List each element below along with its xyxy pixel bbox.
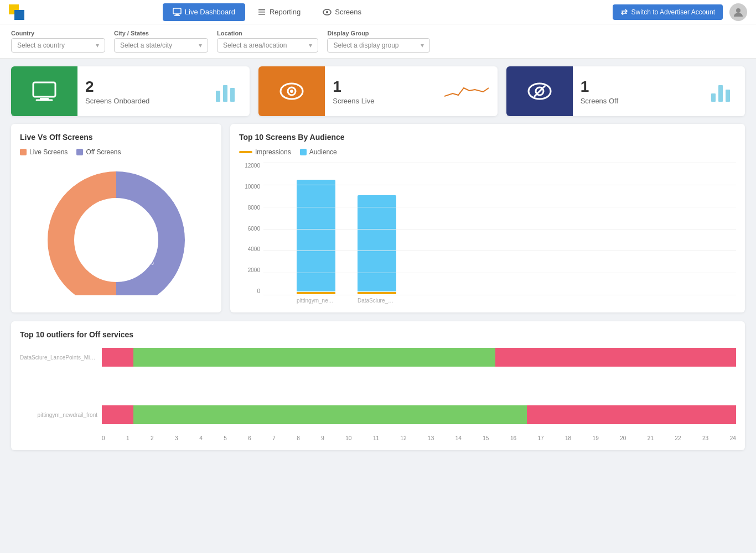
- kpi-chart-onboarded: [204, 74, 250, 109]
- svg-rect-4: [258, 12, 265, 13]
- kpi-label-live: Screens Live: [333, 97, 427, 105]
- filter-city-label: City / States: [114, 30, 208, 36]
- filter-country-select[interactable]: Select a country ▾: [11, 38, 105, 53]
- y-label-12000: 12000: [239, 163, 260, 169]
- filter-location: Location Select a area/location ▾: [217, 30, 318, 53]
- bar-chart-title: Top 10 Screens By Audience: [239, 133, 736, 142]
- svg-rect-22: [718, 85, 723, 102]
- y-label-6000: 6000: [239, 226, 260, 232]
- charts-row: Live Vs Off Screens Live Screens Off Scr…: [0, 124, 756, 321]
- svg-rect-0: [173, 8, 181, 14]
- chevron-down-icon: ▾: [421, 41, 424, 49]
- svg-rect-9: [33, 82, 55, 97]
- svg-text:50%: 50%: [141, 259, 154, 267]
- line-mini-chart: [444, 80, 489, 102]
- kpi-icon-live: [258, 66, 325, 116]
- bar-col-1: [297, 180, 335, 294]
- switch-icon: [620, 8, 628, 16]
- chevron-down-icon: ▾: [96, 41, 99, 49]
- legend-item-impressions: Impressions: [239, 148, 291, 156]
- legend-dot-audience: [300, 149, 307, 155]
- y-label-2000: 2000: [239, 267, 260, 273]
- kpi-label-onboarded: Screens Onboarded: [85, 97, 196, 105]
- user-icon: [733, 7, 744, 18]
- filter-display-group-select[interactable]: Select a display group ▾: [327, 38, 430, 53]
- outlier-label-1: DataSciure_LancePoints_Minster: [20, 354, 102, 361]
- filter-display-group: Display Group Select a display group ▾: [327, 30, 430, 53]
- kpi-number-onboarded: 2: [85, 77, 196, 96]
- donut-chart-title: Live Vs Off Screens: [20, 133, 213, 142]
- donut-svg: 1 50% 1 50%: [44, 168, 188, 295]
- x-tick-14: 14: [455, 435, 462, 441]
- monitor-icon: [173, 8, 182, 17]
- donut-container: 1 50% 1 50%: [20, 163, 213, 301]
- filter-location-label: Location: [217, 30, 318, 36]
- kpi-info-off: 1 Screens Off: [573, 72, 700, 111]
- legend-item-audience: Audience: [300, 148, 337, 156]
- outlier-bar-1: [102, 348, 736, 367]
- filter-city: City / States Select a state/city ▾: [114, 30, 208, 53]
- kpi-number-off: 1: [581, 77, 692, 96]
- eye-icon: [323, 8, 332, 17]
- chevron-down-icon: ▾: [199, 41, 202, 49]
- bar-audience-2: [358, 195, 396, 291]
- x-tick-12: 12: [401, 435, 407, 441]
- outliers-chart-area: DataSciure_LancePoints_Minster: [20, 348, 736, 441]
- svg-text:1: 1: [82, 222, 86, 231]
- svg-point-8: [736, 8, 741, 13]
- bar-mini-chart: [213, 80, 241, 102]
- filters-bar: Country Select a country ▾ City / States…: [0, 24, 756, 59]
- x-tick-3: 3: [175, 435, 178, 441]
- kpi-info-onboarded: 2 Screens Onboarded: [77, 72, 204, 111]
- x-tick-0: 0: [102, 435, 105, 441]
- tab-live-dashboard[interactable]: Live Dashboard: [163, 3, 245, 21]
- y-label-0: 0: [239, 288, 260, 294]
- x-tick-5: 5: [224, 435, 227, 441]
- svg-text:50%: 50%: [77, 232, 91, 240]
- x-tick-17: 17: [537, 435, 543, 441]
- svg-text:1: 1: [145, 249, 149, 257]
- nav-tabs: Live Dashboard Reporting Screens: [163, 3, 371, 21]
- svg-point-17: [290, 90, 293, 93]
- filter-city-select[interactable]: Select a state/city ▾: [114, 38, 208, 53]
- bars-container: [263, 163, 736, 295]
- x-tick-20: 20: [620, 435, 626, 441]
- legend-label-impressions: Impressions: [255, 148, 291, 156]
- y-axis: 0 2000 4000 6000 8000 10000 12000: [239, 163, 263, 295]
- tab-reporting[interactable]: Reporting: [247, 3, 310, 21]
- switch-advertiser-button[interactable]: Switch to Advertiser Account: [613, 4, 723, 20]
- svg-point-24: [76, 200, 156, 280]
- outlier-row-1: DataSciure_LancePoints_Minster: [20, 348, 736, 367]
- legend-item-live: Live Screens: [20, 148, 68, 156]
- kpi-info-live: 1 Screens Live: [325, 72, 435, 111]
- x-tick-2: 2: [151, 435, 154, 441]
- switch-btn-label: Switch to Advertiser Account: [631, 8, 715, 16]
- x-tick-1: 1: [126, 435, 130, 441]
- x-tick-23: 23: [702, 435, 708, 441]
- x-tick-8: 8: [297, 435, 300, 441]
- outliers-x-labels: 0 1 2 3 4 5 6 7 8 9 10 11 12 13 14 15 16…: [102, 435, 736, 441]
- filter-country-label: Country: [11, 30, 105, 36]
- outlier-label-2: pittingym_newdrail_front: [20, 412, 102, 418]
- bar-legend: Impressions Audience: [239, 148, 736, 156]
- x-tick-16: 16: [510, 435, 516, 441]
- bar-chart-card: Top 10 Screens By Audience Impressions A…: [230, 124, 745, 312]
- kpi-card-screens-live: 1 Screens Live: [258, 66, 497, 116]
- legend-label-live: Live Screens: [29, 148, 68, 156]
- filter-country-placeholder: Select a country: [17, 41, 65, 49]
- outliers-chart-title: Top 10 outliers for Off services: [20, 330, 736, 339]
- filter-country: Country Select a country ▾: [11, 30, 105, 53]
- filter-location-select[interactable]: Select a area/location ▾: [217, 38, 318, 53]
- legend-dot-live: [20, 149, 27, 155]
- filter-display-group-placeholder: Select a display group: [333, 41, 398, 49]
- legend-label-audience: Audience: [309, 148, 337, 156]
- bar-chart-inner: [263, 163, 736, 295]
- legend-label-off: Off Screens: [86, 148, 121, 156]
- svg-rect-13: [223, 85, 227, 102]
- header: Live Dashboard Reporting Screens Switch …: [0, 0, 756, 24]
- tab-screens[interactable]: Screens: [313, 3, 371, 21]
- donut-legend: Live Screens Off Screens: [20, 148, 213, 156]
- seg-green-1: [133, 348, 495, 367]
- avatar[interactable]: [729, 3, 747, 21]
- x-tick-7: 7: [272, 435, 276, 441]
